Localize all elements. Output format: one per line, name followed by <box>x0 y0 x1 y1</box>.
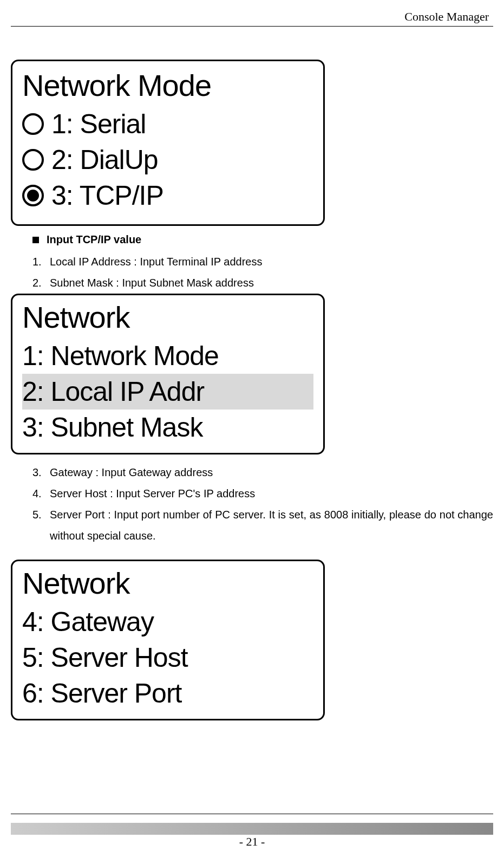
page-content: Network Mode 1: Serial 2: DialUp 3: TCP/… <box>11 60 493 728</box>
list-marker: 2. <box>32 272 45 294</box>
footer-gradient-bar <box>11 823 493 835</box>
panel-title: Network <box>22 300 313 335</box>
page-footer: - 21 - <box>11 814 493 849</box>
option-label: 1: Serial <box>51 108 146 140</box>
option-dialup[interactable]: 2: DialUp <box>22 142 313 178</box>
menu-item-gateway[interactable]: 4: Gateway <box>22 604 313 640</box>
panel-network-mode: Network Mode 1: Serial 2: DialUp 3: TCP/… <box>11 60 325 226</box>
radio-unselected-icon <box>22 113 44 135</box>
list-item: 3. Gateway : Input Gateway address <box>32 462 493 483</box>
menu-item-local-ip[interactable]: 2: Local IP Addr <box>22 374 313 410</box>
list-text: Server Host : Input Server PC's IP addre… <box>50 483 493 504</box>
option-serial[interactable]: 1: Serial <box>22 106 313 142</box>
list-text: Server Port : Input port number of PC se… <box>50 504 493 547</box>
menu-item-server-port[interactable]: 6: Server Port <box>22 675 313 711</box>
list-item: 4. Server Host : Input Server PC's IP ad… <box>32 483 493 504</box>
list-text: Local IP Address : Input Terminal IP add… <box>50 251 493 272</box>
list-marker: 4. <box>32 483 45 504</box>
list-marker: 1. <box>32 251 45 272</box>
option-tcpip[interactable]: 3: TCP/IP <box>22 178 313 213</box>
numbered-list-b: 3. Gateway : Input Gateway address 4. Se… <box>11 462 493 547</box>
radio-selected-icon <box>22 185 44 206</box>
option-label: 2: DialUp <box>51 144 158 176</box>
section-heading-row: Input TCP/IP value <box>11 233 493 246</box>
page-number: - 21 - <box>239 835 265 848</box>
list-marker: 3. <box>32 462 45 483</box>
list-marker: 5. <box>32 504 45 547</box>
list-item: 1. Local IP Address : Input Terminal IP … <box>32 251 493 272</box>
page-header: Console Manager <box>11 10 493 27</box>
list-item: 2. Subnet Mask : Input Subnet Mask addre… <box>32 272 493 294</box>
option-label: 3: TCP/IP <box>51 180 163 211</box>
radio-unselected-icon <box>22 149 44 171</box>
section-heading: Input TCP/IP value <box>47 233 141 246</box>
bullet-icon <box>32 237 39 243</box>
list-text: Gateway : Input Gateway address <box>50 462 493 483</box>
menu-item-subnet-mask[interactable]: 3: Subnet Mask <box>22 410 313 445</box>
menu-item-server-host[interactable]: 5: Server Host <box>22 640 313 675</box>
panel-title: Network <box>22 566 313 601</box>
menu-item-network-mode[interactable]: 1: Network Mode <box>22 338 313 374</box>
panel-title: Network Mode <box>22 68 313 103</box>
panel-network-menu-2: Network 4: Gateway 5: Server Host 6: Ser… <box>11 560 325 720</box>
panel-network-menu-1: Network 1: Network Mode 2: Local IP Addr… <box>11 294 325 454</box>
numbered-list-a: 1. Local IP Address : Input Terminal IP … <box>11 251 493 294</box>
list-text: Subnet Mask : Input Subnet Mask address <box>50 272 493 294</box>
header-title: Console Manager <box>404 10 493 23</box>
list-item: 5. Server Port : Input port number of PC… <box>32 504 493 547</box>
